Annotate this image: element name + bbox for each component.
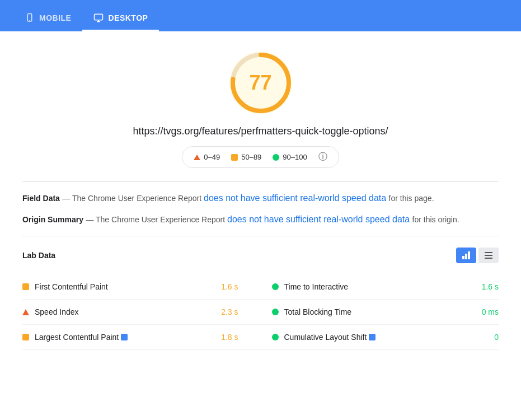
metric-tbt-value: 0 ms: [476, 307, 499, 316]
tab-desktop[interactable]: DESKTOP: [82, 6, 159, 31]
metric-cls-name: Cumulative Layout Shift: [284, 333, 471, 342]
legend-needs-improvement: 50–89: [231, 153, 261, 161]
svg-rect-10: [468, 251, 470, 259]
svg-rect-8: [462, 256, 464, 259]
metric-lcp: Largest Contentful Paint 1.8 s: [22, 325, 261, 350]
metric-si-name: Speed Index: [35, 307, 210, 316]
metric-tbt: Total Blocking Time 0 ms: [261, 300, 499, 325]
metric-cls-value: 0: [476, 333, 499, 342]
bar-chart-icon: [462, 251, 471, 260]
svg-rect-2: [95, 14, 103, 20]
metric-lcp-name: Largest Contentful Paint: [35, 333, 210, 342]
legend-good: 90–100: [273, 153, 307, 161]
triangle-icon: [194, 155, 200, 160]
header: MOBILE DESKTOP: [0, 0, 521, 31]
mobile-icon: [25, 13, 35, 23]
metric-tti-name: Time to Interactive: [284, 282, 471, 291]
metric-tti-value: 1.6 s: [476, 282, 499, 291]
green-circle-icon-tti: [272, 283, 279, 290]
circle-icon: [273, 154, 279, 161]
metric-si-value: 2.3 s: [216, 307, 238, 316]
origin-summary-desc2: for this origin.: [412, 215, 459, 224]
square-icon: [231, 154, 238, 161]
metrics-grid: First Contentful Paint 1.6 s Time to Int…: [22, 274, 499, 350]
svg-rect-11: [485, 252, 492, 253]
legend-needs-label: 50–89: [241, 153, 261, 161]
list-icon: [484, 251, 493, 260]
score-gauge: 77: [227, 49, 294, 116]
info-square-lcp: [121, 334, 128, 340]
info-icon[interactable]: ⓘ: [318, 151, 327, 163]
divider-2: [22, 236, 499, 236]
tab-mobile-label: MOBILE: [39, 13, 71, 22]
field-data-link[interactable]: does not have sufficient real-world spee…: [204, 193, 386, 203]
main-content: 77 https://tvgs.org/features/perfmatters…: [0, 31, 521, 368]
lab-data-header: Lab Data: [22, 248, 499, 263]
field-data-section: Field Data — The Chrome User Experience …: [22, 193, 499, 203]
origin-summary-section: Origin Summary — The Chrome User Experie…: [22, 214, 499, 225]
metric-lcp-value: 1.8 s: [216, 333, 238, 342]
view-toggle: [456, 248, 499, 263]
origin-summary-link[interactable]: does not have sufficient real-world spee…: [227, 214, 410, 224]
lab-data-title: Lab Data: [22, 251, 55, 260]
orange-square-icon: [22, 283, 29, 290]
field-data-title: Field Data: [22, 194, 60, 203]
field-data-desc: — The Chrome User Experience Report: [62, 194, 204, 203]
legend-poor: 0–49: [194, 153, 220, 161]
divider-1: [22, 181, 499, 182]
triangle-icon-si: [22, 309, 29, 315]
metric-cls: Cumulative Layout Shift 0: [261, 325, 499, 350]
toggle-list-button[interactable]: [478, 248, 499, 263]
metric-fcp-value: 1.6 s: [216, 282, 238, 291]
svg-rect-13: [485, 258, 492, 259]
tab-desktop-label: DESKTOP: [108, 13, 148, 22]
green-circle-icon-tbt: [272, 309, 279, 315]
score-section: 77 https://tvgs.org/features/perfmatters…: [22, 49, 499, 168]
metric-fcp: First Contentful Paint 1.6 s: [22, 274, 261, 300]
legend-good-label: 90–100: [283, 153, 307, 161]
svg-point-1: [29, 20, 30, 21]
score-value: 77: [249, 71, 271, 95]
metric-tti: Time to Interactive 1.6 s: [261, 274, 499, 300]
field-data-desc2: for this page.: [389, 194, 434, 203]
metric-fcp-name: First Contentful Paint: [35, 282, 210, 291]
info-square-cls: [369, 334, 376, 340]
green-circle-icon-cls: [272, 334, 279, 340]
legend-poor-label: 0–49: [204, 153, 220, 161]
score-legend: 0–49 50–89 90–100 ⓘ: [182, 146, 339, 168]
svg-rect-9: [465, 254, 467, 259]
origin-summary-desc: — The Chrome User Experience Report: [86, 215, 227, 224]
tab-mobile[interactable]: MOBILE: [13, 6, 82, 31]
lab-data-section: Lab Data: [22, 248, 499, 350]
page-url: https://tvgs.org/features/perfmatters-qu…: [133, 125, 388, 137]
origin-summary-title: Origin Summary: [22, 215, 83, 224]
metric-si: Speed Index 2.3 s: [22, 300, 261, 325]
metric-tbt-name: Total Blocking Time: [284, 307, 471, 316]
desktop-icon: [93, 13, 104, 23]
toggle-bar-button[interactable]: [456, 248, 476, 263]
svg-rect-12: [485, 255, 492, 256]
orange-square-icon-lcp: [22, 334, 29, 340]
